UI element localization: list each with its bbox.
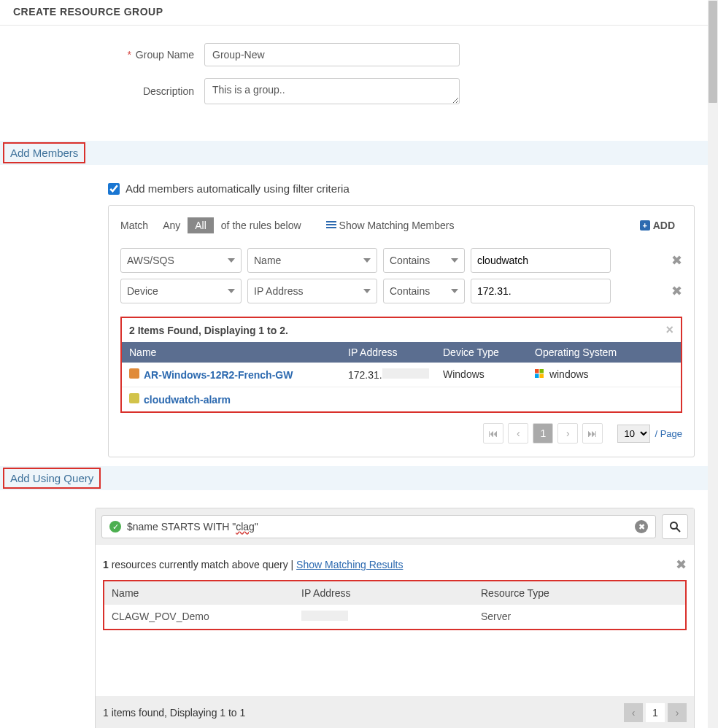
chevron-down-icon [228,258,235,263]
query-input[interactable]: ✓ $name STARTS WITH "clag" ✖ [101,515,656,538]
results-row: AR-Windows-12R2-French-GW 172.31. Window… [122,363,681,387]
svg-line-8 [676,528,680,532]
pager-first-button[interactable]: ⏮ [483,423,503,444]
of-rules-label: of the rules below [221,220,301,231]
rule-source-select[interactable]: AWS/SQS [120,248,242,273]
scrollbar-thumb[interactable] [709,1,717,103]
rule-field-select[interactable]: Name [247,248,377,273]
rule-source-select[interactable]: Device [120,279,242,303]
chevron-down-icon [363,289,371,293]
vertical-scrollbar[interactable] [708,0,718,728]
svg-rect-5 [535,374,539,379]
svg-rect-0 [326,221,336,222]
masked-value [301,611,348,621]
query-results-header: Name IP Address Resource Type [104,581,685,605]
query-pager-page[interactable]: 1 [646,703,665,722]
remove-rule-button[interactable]: ✖ [671,283,682,299]
query-results: Name IP Address Resource Type CLAGW_POV_… [103,580,687,630]
query-pager: ‹ 1 › [624,703,687,722]
query-footer-summary: 1 items found, Displaying 1 to 1 [103,707,245,719]
add-rule-button[interactable]: + ADD [640,220,675,231]
auto-filter-checkbox-label: Add members automatically using filter c… [126,182,350,195]
match-all[interactable]: All [188,217,214,233]
rule-value-input[interactable] [471,248,611,273]
clear-query-button[interactable]: ✖ [635,520,648,533]
results-pager: ⏮ ‹ 1 › ⏭ 10 / Page [120,413,682,445]
description-label: Description [0,85,204,97]
query-pager-next[interactable]: › [668,703,687,722]
match-any[interactable]: Any [155,217,188,233]
query-text: $name STARTS WITH "clag" [127,521,635,533]
results-summary: 2 Items Found, Displaying 1 to 2. [129,325,288,336]
match-label: Match [120,220,148,231]
results-header-row: Name IP Address Device Type Operating Sy… [122,342,681,363]
rule-row: Device IP Address Contains ✖ [120,279,682,303]
query-panel: ✓ $name STARTS WITH "clag" ✖ 1 resources… [95,508,695,728]
auto-filter-checkbox[interactable] [108,183,120,195]
pager-page-current[interactable]: 1 [533,423,553,444]
rule-operator-select[interactable]: Contains [383,248,465,273]
device-link[interactable]: cloudwatch-alarm [144,394,231,406]
query-pager-prev[interactable]: ‹ [624,703,643,722]
rule-value-input[interactable] [471,279,611,303]
check-icon: ✓ [109,521,121,533]
aws-ec2-icon [129,368,139,379]
svg-rect-3 [535,369,539,373]
chevron-down-icon [363,258,371,263]
plus-icon: + [640,220,650,231]
rule-field-select[interactable]: IP Address [247,279,377,303]
filter-panel: Match Any All of the rules below Show Ma… [108,205,695,457]
device-link[interactable]: AR-Windows-12R2-French-GW [144,369,293,381]
match-mode-toggle[interactable]: Any All [155,217,214,233]
rule-operator-select[interactable]: Contains [383,279,465,303]
remove-rule-button[interactable]: ✖ [671,252,682,268]
show-matching-results-link[interactable]: Show Matching Results [296,559,403,570]
svg-rect-1 [326,224,336,225]
masked-value [382,368,429,379]
show-matching-members-link[interactable]: Show Matching Members [326,220,455,232]
windows-icon [535,368,544,377]
list-icon [326,220,336,232]
pager-next-button[interactable]: › [557,423,578,444]
group-name-input[interactable] [204,43,460,66]
remove-query-button[interactable]: ✖ [675,557,687,573]
results-row: cloudwatch-alarm [122,387,681,411]
chevron-down-icon [451,258,458,263]
chevron-down-icon [228,289,235,293]
description-textarea[interactable]: This is a group.. [204,78,460,104]
svg-rect-6 [540,374,544,379]
rule-row: AWS/SQS Name Contains ✖ [120,248,682,273]
matching-members-results: 2 Items Found, Displaying 1 to 2. × Name… [120,317,682,413]
close-results-button[interactable]: × [665,322,673,338]
query-results-row: CLAGW_POV_Demo Server [104,605,685,629]
search-icon [669,521,681,533]
pager-last-button[interactable]: ⏭ [582,423,603,444]
pager-prev-button[interactable]: ‹ [508,423,528,444]
section-add-members: Add Members [0,141,708,165]
page-title: CREATE RESOURCE GROUP [0,0,708,26]
cloudwatch-icon [129,393,139,403]
chevron-down-icon [451,289,458,293]
svg-rect-4 [540,369,544,373]
svg-rect-2 [326,227,336,228]
required-asterisk: * [128,49,131,61]
search-button[interactable] [662,514,688,539]
svg-point-7 [671,522,677,529]
section-add-using-query: Add Using Query [0,466,708,490]
per-page-label: / Page [655,428,682,439]
group-name-label: * Group Name [0,49,204,61]
pager-size-select[interactable]: 10 [617,425,650,443]
